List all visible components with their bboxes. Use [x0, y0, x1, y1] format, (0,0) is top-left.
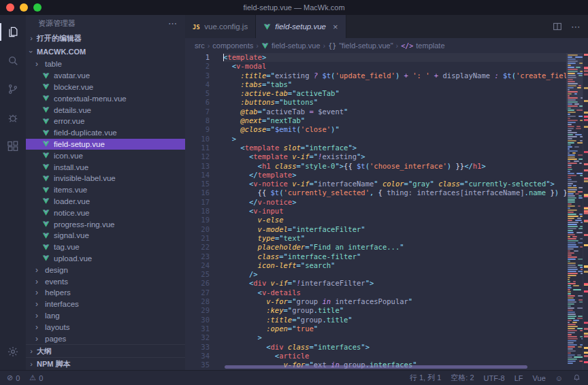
status-errors[interactable]: ⊘0 — [7, 373, 20, 382]
code-line[interactable]: <v-input — [223, 207, 566, 216]
tree-item-progress-ring.vue[interactable]: progress-ring.vue — [26, 218, 185, 230]
tree-item-invisible-label.vue[interactable]: invisible-label.vue — [26, 173, 185, 184]
code-line[interactable]: > — [223, 333, 566, 342]
activity-explorer-icon[interactable] — [0, 18, 26, 46]
split-editor-icon[interactable] — [552, 21, 563, 32]
line-number[interactable]: 4 — [185, 80, 210, 89]
status-warnings[interactable]: ⚠0 — [29, 373, 43, 382]
tree-item-tag.vue[interactable]: tag.vue — [26, 241, 185, 253]
notifications-bell-icon[interactable] — [572, 373, 581, 382]
line-number[interactable]: 13 — [185, 162, 210, 171]
code-line[interactable]: v-else — [223, 216, 566, 224]
line-number[interactable]: 9 — [185, 125, 210, 134]
minimap[interactable] — [566, 53, 583, 370]
line-number[interactable]: 25 — [185, 270, 210, 279]
code-line[interactable]: @close="$emit('close')" — [223, 125, 566, 134]
activity-search-icon[interactable] — [0, 46, 26, 75]
line-number[interactable]: 35 — [185, 361, 210, 369]
tab-vue.config.js[interactable]: JSvue.config.js — [185, 15, 256, 38]
line-number[interactable]: 21 — [185, 234, 210, 243]
zoom-window-button[interactable] — [33, 3, 42, 12]
activity-source-control-icon[interactable] — [0, 75, 26, 103]
line-number[interactable]: 34 — [185, 352, 210, 361]
code-line[interactable]: <h1 class="style-0">{{ $t('choose_interf… — [223, 162, 566, 171]
line-number[interactable]: 29 — [185, 306, 210, 315]
line-number[interactable]: 24 — [185, 261, 210, 270]
more-actions-icon[interactable]: ⋯ — [571, 21, 581, 32]
close-tab-icon[interactable]: × — [333, 22, 338, 32]
line-number[interactable]: 6 — [185, 98, 210, 107]
code-line[interactable]: <template slot="interface"> — [223, 144, 566, 152]
code-line[interactable]: type="text" — [223, 234, 566, 243]
line-number[interactable]: 3 — [185, 71, 210, 80]
code-line[interactable]: <template> — [223, 53, 566, 62]
line-number[interactable]: 12 — [185, 152, 210, 161]
code-line[interactable]: v-model="interfaceFilter" — [223, 225, 566, 234]
tree-item-blocker.vue[interactable]: blocker.vue — [26, 82, 185, 93]
code-line[interactable]: <v-notice v-if="interfaceName" color="gr… — [223, 180, 566, 188]
line-number[interactable]: 16 — [185, 188, 210, 197]
line-number[interactable]: 20 — [185, 225, 210, 234]
code-line[interactable]: class="interface-filter" — [223, 252, 566, 261]
activity-settings-icon[interactable] — [0, 337, 26, 366]
code-line[interactable]: </v-notice> — [223, 198, 566, 207]
tree-item-events[interactable]: ›events — [26, 275, 185, 287]
code-line[interactable]: @next="nextTab" — [223, 116, 566, 125]
tree-item-error.vue[interactable]: error.vue — [26, 116, 185, 127]
code-line[interactable]: :title="group.title" — [223, 316, 566, 324]
minimize-window-button[interactable] — [20, 3, 28, 12]
code-line[interactable]: icon-left="search" — [223, 261, 566, 270]
tree-item-upload.vue[interactable]: upload.vue — [26, 253, 185, 265]
line-number[interactable]: 23 — [185, 252, 210, 261]
line-number[interactable]: 1 — [185, 53, 210, 62]
line-number[interactable]: 31 — [185, 324, 210, 333]
code-line[interactable]: :title="existing ? $t('update_field') + … — [223, 71, 566, 80]
tree-item-items.vue[interactable]: items.vue — [26, 184, 185, 196]
tree-item-details.vue[interactable]: details.vue — [26, 104, 185, 116]
code-line[interactable]: <template v-if="!existing"> — [223, 152, 566, 161]
breadcrumb-item-5[interactable]: </>template — [401, 41, 444, 50]
code-line[interactable]: /> — [223, 270, 566, 279]
line-number[interactable]: 11 — [185, 144, 210, 152]
workspace-section[interactable]: › MACWK.COM — [26, 45, 185, 58]
tree-item-notice.vue[interactable]: notice.vue — [26, 207, 185, 218]
line-number[interactable]: 27 — [185, 288, 210, 297]
code-line[interactable]: v-for="group in interfacesPopular" — [223, 297, 566, 306]
outline-section[interactable]: › 大纲 — [26, 344, 185, 357]
code-line[interactable]: > — [223, 135, 566, 144]
tree-item-field-setup.vue[interactable]: field-setup.vue — [26, 139, 185, 150]
code-line[interactable]: :tabs="tabs" — [223, 80, 566, 89]
breadcrumb-item-2[interactable]: components — [212, 41, 253, 50]
code-line[interactable]: {{ $t('currently_selected', { thing: int… — [223, 188, 566, 197]
code-line[interactable]: <v-details — [223, 288, 566, 297]
tree-item-lang[interactable]: ›lang — [26, 310, 185, 322]
line-number[interactable]: 2 — [185, 62, 210, 71]
line-number[interactable]: 22 — [185, 243, 210, 252]
tree-item-signal.vue[interactable]: signal.vue — [26, 230, 185, 241]
code-line[interactable]: :open="true" — [223, 324, 566, 333]
line-number[interactable]: 10 — [185, 135, 210, 144]
tree-item-icon.vue[interactable]: icon.vue — [26, 150, 185, 161]
line-number[interactable]: 18 — [185, 207, 210, 216]
tree-item-pages[interactable]: ›pages — [26, 333, 185, 344]
breadcrumb-item-4[interactable]: {}"field-setup.vue" — [328, 41, 393, 50]
line-number[interactable]: 17 — [185, 198, 210, 207]
open-editors-section[interactable]: › 打开的编辑器 — [26, 31, 185, 45]
code-line[interactable]: @tab="activeTab = $event" — [223, 107, 566, 116]
line-number[interactable]: 33 — [185, 343, 210, 352]
code-content[interactable]: <template> <v-modal :title="existing ? $… — [219, 53, 566, 370]
status-feedback[interactable]: ☺ — [555, 374, 563, 382]
tree-item-interfaces[interactable]: ›interfaces — [26, 299, 185, 310]
tree-item-design[interactable]: ›design — [26, 264, 185, 275]
line-number[interactable]: 32 — [185, 333, 210, 342]
code-line[interactable]: :buttons="buttons" — [223, 98, 566, 107]
activity-debug-icon[interactable] — [0, 103, 26, 132]
tree-item-avatar.vue[interactable]: avatar.vue — [26, 70, 185, 82]
breadcrumb-item-1[interactable]: src — [195, 41, 205, 50]
tree-item-table[interactable]: ›table — [26, 58, 185, 70]
line-number[interactable]: 5 — [185, 89, 210, 98]
status-language-mode[interactable]: Vue — [533, 374, 546, 382]
overview-ruler[interactable] — [583, 53, 588, 370]
tree-item-helpers[interactable]: ›helpers — [26, 287, 185, 299]
close-window-button[interactable] — [6, 3, 14, 12]
